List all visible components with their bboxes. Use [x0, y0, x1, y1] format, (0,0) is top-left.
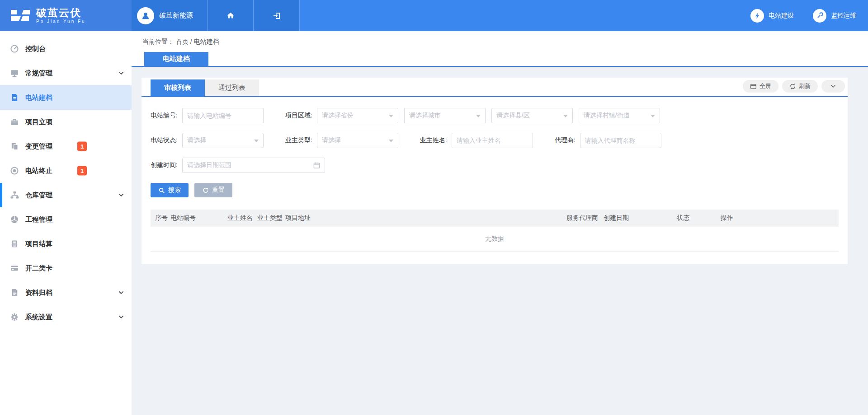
filter-buttons: 搜索 重置: [142, 182, 848, 197]
app-window: 破茧云伏 Po Jian Yun Fu 控制台 常规管理: [0, 0, 868, 415]
home-button[interactable]: [208, 0, 254, 31]
station-status-placeholder: 请选择: [187, 136, 206, 145]
sidebar-item-type2-card[interactable]: 开二类卡: [0, 256, 132, 280]
lightning-icon: [750, 9, 764, 23]
filter-form: 电站编号: 项目区域: 请选择省份 请选择城市: [142, 97, 848, 173]
town-select-placeholder: 请选择村镇/街道: [584, 112, 630, 120]
nav-station-build[interactable]: 电站建设: [750, 0, 794, 31]
sidebar-item-label: 系统设置: [25, 313, 52, 322]
breadcrumb-prefix: 当前位置：: [142, 38, 174, 45]
sidebar-item-station-termination[interactable]: 电站终止 1: [0, 159, 132, 183]
caret-down-icon: [563, 115, 568, 120]
nav-monitor-ops-label: 监控运维: [831, 12, 856, 20]
station-no-input[interactable]: [182, 108, 264, 123]
sidebar-item-warehouse-management[interactable]: 仓库管理: [0, 183, 132, 207]
column-header: 项目地址: [285, 214, 566, 222]
solar-panels-icon: [10, 8, 31, 23]
sidebar-item-label: 开二类卡: [25, 264, 52, 273]
station-status-select[interactable]: 请选择: [182, 133, 264, 148]
column-header: 创建日期: [604, 214, 677, 222]
brand-text: 破茧云伏 Po Jian Yun Fu: [36, 7, 86, 24]
station-no-label: 电站编号:: [151, 112, 178, 120]
reset-icon: [202, 187, 209, 194]
logout-button[interactable]: [254, 0, 300, 31]
owner-type-select[interactable]: 请选择: [317, 133, 398, 148]
sidebar-item-change-management[interactable]: 变更管理 1: [0, 134, 132, 159]
agent-input[interactable]: [580, 133, 661, 148]
pie-chart-icon: [9, 214, 19, 224]
chevron-down-icon: [118, 192, 124, 198]
sidebar-item-label: 常规管理: [25, 69, 52, 78]
sidebar-item-label: 资料归档: [25, 289, 52, 297]
town-select[interactable]: 请选择村镇/街道: [579, 108, 660, 123]
briefcase-icon: [9, 117, 19, 127]
nav-monitor-ops[interactable]: 监控运维: [813, 0, 856, 31]
header-spacer: [300, 0, 750, 31]
reset-button[interactable]: 重置: [194, 183, 232, 197]
top-header: 破茧新能源 电站建设: [132, 0, 868, 31]
province-select[interactable]: 请选择省份: [317, 108, 398, 123]
agent-label: 代理商:: [555, 136, 576, 145]
caret-down-icon: [254, 140, 259, 145]
city-select[interactable]: 请选择城市: [404, 108, 486, 123]
monitor-icon: [9, 68, 19, 78]
filter-row-2: 电站状态: 请选择 业主类型: 请选择: [151, 133, 839, 148]
target-icon: [9, 166, 19, 176]
pages-icon: [9, 141, 19, 151]
content-area: 审核列表 通过列表 全屏 刷新: [132, 67, 868, 415]
sidebar-item-console[interactable]: 控制台: [0, 37, 132, 61]
breadcrumb: 当前位置： 首页 / 电站建档: [142, 38, 219, 46]
search-icon: [158, 187, 165, 194]
date-range-input[interactable]: 请选择日期范围: [182, 158, 325, 173]
sidebar-item-project-initiation[interactable]: 项目立项: [0, 110, 132, 134]
avatar-icon: [137, 7, 154, 24]
sidebar-item-system-settings[interactable]: 系统设置: [0, 305, 132, 329]
district-select[interactable]: 请选择县/区: [491, 108, 573, 123]
results-table: 序号 电站编号 业主姓名 业主类型 项目地址 服务代理商 创建日期 状态 操作 …: [151, 210, 839, 252]
create-time-label: 创建时间:: [151, 161, 178, 169]
column-header: 操作: [721, 214, 839, 222]
sidebar-item-project-settlement[interactable]: 项目结算: [0, 232, 132, 256]
brand-title: 破茧云伏: [36, 7, 86, 18]
brand-logo: 破茧云伏 Po Jian Yun Fu: [0, 0, 132, 31]
column-header: 业主姓名: [227, 214, 257, 222]
sitemap-icon: [9, 190, 19, 200]
caret-down-icon: [651, 115, 655, 120]
notification-badge: 1: [77, 166, 87, 176]
breadcrumb-path: 首页 / 电站建档: [176, 38, 219, 45]
page-tab-station-archive[interactable]: 电站建档: [144, 52, 208, 66]
column-header: 状态: [677, 214, 721, 222]
owner-type-label: 业主类型:: [285, 136, 312, 145]
sidebar-item-general-management[interactable]: 常规管理: [0, 61, 132, 85]
calculator-icon: [9, 239, 19, 249]
gauge-icon: [9, 44, 19, 54]
refresh-button[interactable]: 刷新: [782, 80, 818, 93]
chevron-down-icon: [830, 83, 836, 89]
collapse-toolbar-button[interactable]: [821, 80, 845, 93]
sidebar-item-label: 控制台: [25, 45, 46, 53]
home-icon: [226, 11, 235, 20]
brand-subtitle: Po Jian Yun Fu: [36, 19, 86, 24]
main-column: 破茧新能源 电站建设: [132, 0, 868, 415]
company-name: 破茧新能源: [159, 11, 193, 20]
sidebar-nav: 控制台 常规管理 电站建档 项: [0, 31, 132, 329]
sidebar-item-station-archive[interactable]: 电站建档: [0, 85, 132, 110]
station-archive-panel: 审核列表 通过列表 全屏 刷新: [142, 78, 848, 264]
column-header: 电站编号: [170, 214, 227, 222]
tab-review-list[interactable]: 审核列表: [151, 79, 205, 96]
filter-row-3: 创建时间: 请选择日期范围: [151, 158, 839, 173]
fullscreen-button[interactable]: 全屏: [743, 80, 778, 93]
sidebar: 破茧云伏 Po Jian Yun Fu 控制台 常规管理: [0, 0, 132, 415]
tab-passed-list[interactable]: 通过列表: [205, 79, 259, 96]
wrench-icon: [813, 9, 826, 23]
breadcrumb-bar: 当前位置： 首页 / 电站建档 电站建档: [132, 31, 868, 67]
refresh-label: 刷新: [799, 82, 811, 90]
search-label: 搜索: [168, 186, 181, 194]
sidebar-item-data-archive[interactable]: 资料归档: [0, 280, 132, 305]
user-menu[interactable]: 破茧新能源: [132, 0, 208, 31]
city-select-placeholder: 请选择城市: [409, 112, 441, 120]
document-icon: [9, 93, 19, 103]
sidebar-item-engineering-management[interactable]: 工程管理: [0, 207, 132, 232]
search-button[interactable]: 搜索: [151, 183, 189, 197]
owner-name-input[interactable]: [452, 133, 533, 148]
